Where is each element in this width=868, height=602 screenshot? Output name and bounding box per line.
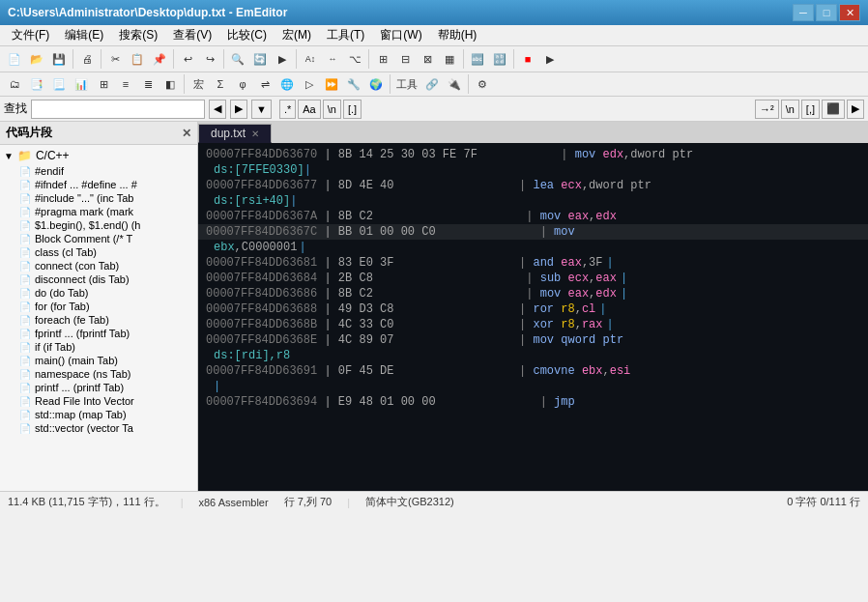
- tab-close-icon[interactable]: ✕: [251, 129, 259, 139]
- tb2-btn-o[interactable]: ⏩: [321, 73, 342, 95]
- tb2-btn-m[interactable]: 🌐: [276, 73, 298, 95]
- tb2-btn-l[interactable]: ⇌: [254, 73, 275, 95]
- sidebar-item-namespace[interactable]: 📄 namespace (ns Tab): [0, 367, 197, 381]
- tb2-btn-b[interactable]: 📑: [26, 73, 47, 95]
- replace-button[interactable]: 🔄: [249, 48, 271, 70]
- bracket-button[interactable]: [.]: [343, 100, 362, 119]
- tab-dup[interactable]: dup.txt ✕: [198, 124, 272, 143]
- search-prev-button[interactable]: ◀: [209, 100, 226, 119]
- search-nl-button[interactable]: \n: [781, 100, 799, 119]
- sidebar-item-if[interactable]: 📄 if (if Tab): [0, 340, 197, 354]
- tb-btn-d[interactable]: ⊞: [372, 48, 393, 70]
- file-icon-20: 📄: [19, 423, 31, 434]
- mnem-5: and: [533, 256, 561, 270]
- menu-tools[interactable]: 工具(T): [319, 25, 372, 45]
- sidebar-item-begin[interactable]: 📄 $1.begin(), $1.end() (h: [0, 218, 197, 232]
- search-ext-button[interactable]: →²: [755, 100, 779, 119]
- sidebar-item-connect[interactable]: 📄 connect (con Tab): [0, 259, 197, 272]
- menu-window[interactable]: 窗口(W): [372, 25, 429, 45]
- tb-btn-h[interactable]: 🔤: [467, 48, 488, 70]
- findnext-button[interactable]: ▶: [272, 48, 293, 70]
- tb2-btn-a[interactable]: 🗂: [4, 73, 25, 95]
- editor-area: dup.txt ✕ 00007FF84DD63670 | 8B 14 25 30…: [198, 122, 868, 491]
- search-go-button[interactable]: ▶: [847, 100, 864, 119]
- tb2-btn-p[interactable]: 🔧: [343, 73, 364, 95]
- sidebar-item-endif[interactable]: 📄 #endif: [0, 164, 197, 178]
- sidebar-item-pragma[interactable]: 📄 #pragma mark (mark: [0, 205, 197, 218]
- tb2-btn-t[interactable]: ⚙: [472, 73, 493, 95]
- tb2-btn-g[interactable]: ≣: [137, 73, 159, 95]
- tb2-btn-e[interactable]: ⊞: [93, 73, 114, 95]
- sidebar-item-for[interactable]: 📄 for (for Tab): [0, 300, 197, 313]
- find-button[interactable]: 🔍: [227, 48, 248, 70]
- menu-view[interactable]: 查看(V): [165, 25, 219, 45]
- undo-button[interactable]: ↩: [177, 48, 198, 70]
- sidebar-item-printf[interactable]: 📄 printf ... (printf Tab): [0, 381, 197, 394]
- menu-search[interactable]: 搜索(S): [111, 25, 165, 45]
- spaces-9: [393, 318, 519, 331]
- sidebar-item-stdvector[interactable]: 📄 std::vector (vector Ta: [0, 421, 197, 435]
- search-extract-button[interactable]: ⬛: [822, 100, 845, 119]
- tb2-btn-s[interactable]: 🔌: [444, 73, 465, 95]
- tb-btn-i[interactable]: 🔡: [489, 48, 510, 70]
- tb2-btn-i[interactable]: 宏: [188, 73, 209, 95]
- menu-compare[interactable]: 比较(C): [219, 25, 275, 45]
- tb2-btn-k[interactable]: φ: [232, 73, 253, 95]
- cut-button[interactable]: ✂: [104, 48, 126, 70]
- open-button[interactable]: 📂: [26, 48, 47, 70]
- status-bar: 11.4 KB (11,715 字节)，111 行。 | x86 Assembl…: [0, 491, 868, 512]
- run-button[interactable]: ▶: [539, 48, 561, 70]
- menu-help[interactable]: 帮助(H): [430, 25, 485, 45]
- redo-button[interactable]: ↪: [199, 48, 220, 70]
- case-button[interactable]: Aa: [298, 100, 320, 119]
- search-next-button[interactable]: ▶: [230, 100, 247, 119]
- tb-btn-g[interactable]: ▦: [439, 48, 460, 70]
- tb2-btn-f[interactable]: ≡: [115, 73, 136, 95]
- tb2-btn-c[interactable]: 📃: [48, 73, 70, 95]
- tb2-btn-r[interactable]: 🔗: [421, 73, 443, 95]
- tb2-btn-q[interactable]: 🌍: [365, 73, 387, 95]
- menu-edit[interactable]: 编辑(E): [57, 25, 111, 45]
- sidebar-item-stdmap[interactable]: 📄 std::map (map Tab): [0, 408, 197, 421]
- tools-label[interactable]: 工具: [393, 73, 420, 95]
- code-editor[interactable]: 00007FF84DD63670 | 8B 14 25 30 03 FE 7F …: [198, 143, 868, 491]
- sidebar-item-read-file[interactable]: 📄 Read File Into Vector: [0, 394, 197, 408]
- stop-button[interactable]: ■: [517, 48, 538, 70]
- sidebar-item-main[interactable]: 📄 main() (main Tab): [0, 354, 197, 367]
- minimize-button[interactable]: ─: [793, 4, 814, 21]
- maximize-button[interactable]: □: [816, 4, 837, 21]
- print-button[interactable]: 🖨: [76, 48, 98, 70]
- tb-btn-f[interactable]: ⊠: [417, 48, 438, 70]
- sidebar-item-class[interactable]: 📄 class (cl Tab): [0, 245, 197, 259]
- search-options-button[interactable]: ▼: [251, 100, 272, 119]
- tb2-btn-d[interactable]: 📊: [71, 73, 92, 95]
- new-button[interactable]: 📄: [4, 48, 25, 70]
- save-button[interactable]: 💾: [48, 48, 70, 70]
- spaces-11: [393, 364, 519, 378]
- tb-btn-c[interactable]: ⌥: [344, 48, 365, 70]
- sidebar-item-fprintf[interactable]: 📄 fprintf ... (fprintf Tab): [0, 327, 197, 340]
- regex-button[interactable]: .*: [279, 100, 296, 119]
- paste-button[interactable]: 📌: [149, 48, 170, 70]
- sidebar-item-include[interactable]: 📄 #include "..." (inc Tab: [0, 191, 197, 205]
- sidebar-item-block-comment[interactable]: 📄 Block Comment (/* T: [0, 232, 197, 245]
- sidebar-item-cpp[interactable]: ▼ 📁 C/C++: [0, 147, 197, 164]
- word-button[interactable]: \n: [323, 100, 341, 119]
- tb-btn-a[interactable]: A↕: [300, 48, 321, 70]
- close-button[interactable]: ✕: [839, 4, 860, 21]
- sidebar-close-button[interactable]: ✕: [182, 127, 191, 140]
- copy-button[interactable]: 📋: [127, 48, 148, 70]
- menu-file[interactable]: 文件(F): [4, 25, 57, 45]
- sidebar-item-disconnect[interactable]: 📄 disconnect (dis Tab): [0, 272, 197, 286]
- tb-btn-b[interactable]: ↔: [322, 48, 343, 70]
- search-input[interactable]: [31, 100, 205, 119]
- tb2-btn-j[interactable]: Σ: [210, 73, 231, 95]
- search-bracket2-button[interactable]: [,]: [801, 100, 820, 119]
- sidebar-item-foreach[interactable]: 📄 foreach (fe Tab): [0, 313, 197, 327]
- tb-btn-e[interactable]: ⊟: [394, 48, 416, 70]
- menu-macro[interactable]: 宏(M): [275, 25, 319, 45]
- sidebar-item-ifndef[interactable]: 📄 #ifndef ... #define ... #: [0, 178, 197, 191]
- tb2-btn-n[interactable]: ▷: [299, 73, 320, 95]
- sidebar-item-do[interactable]: 📄 do (do Tab): [0, 286, 197, 300]
- tb2-btn-h[interactable]: ◧: [159, 73, 181, 95]
